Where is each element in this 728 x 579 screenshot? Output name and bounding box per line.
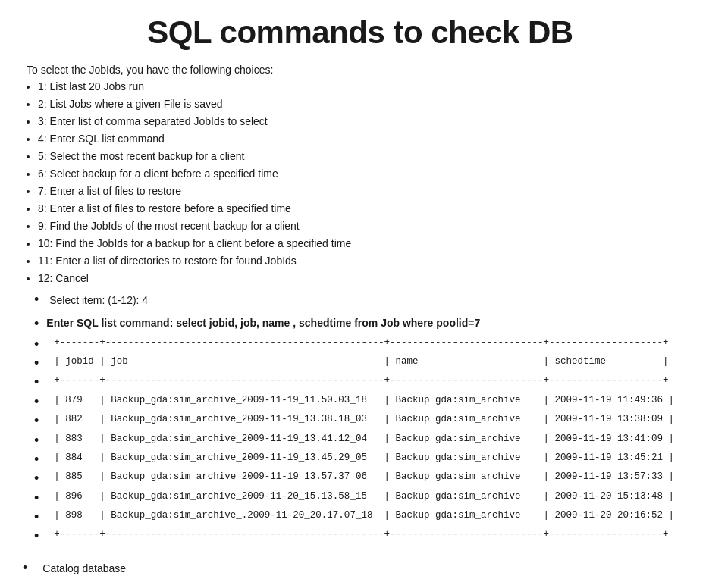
- menu-item-6: 6: Select backup for a client before a s…: [38, 166, 705, 182]
- catalog-label: Catalog database: [42, 562, 126, 574]
- menu-item-5: 5: Select the most recent backup for a c…: [38, 149, 705, 164]
- menu-item-10: 10: Find the JobIds for a backup for a c…: [38, 236, 705, 252]
- menu-item-9: 9: Find the JobIds of the most recent ba…: [38, 218, 705, 234]
- select-prompt: • Select item: (1-12): 4: [23, 291, 705, 308]
- table-row: •| 885 | Backup_gda:sim_archive_2009-11-…: [23, 470, 705, 487]
- menu-list: 1: List last 20 Jobs run2: List Jobs whe…: [38, 79, 705, 286]
- table-row: •| 896 | Backup_gda:sim_archive_2009-11-…: [23, 490, 705, 507]
- menu-item-3: 3: Enter list of comma separated JobIds …: [38, 114, 705, 130]
- menu-item-11: 11: Enter a list of directories to resto…: [38, 253, 705, 269]
- menu-item-4: 4: Enter SQL list command: [38, 131, 705, 147]
- sql-section: • Enter SQL list command: select jobid, …: [23, 315, 705, 546]
- table-row: •| 882 | Backup_gda:sim_archive_2009-11-…: [23, 412, 705, 430]
- table-rows-container: •| 879 | Backup_gda:sim_archive_2009-11-…: [23, 393, 705, 527]
- table-separator-2: +-------+-------------------------------…: [54, 374, 668, 388]
- menu-item-2: 2: List Jobs where a given File is saved: [38, 96, 705, 112]
- intro-text: To select the JobIds, you have the follo…: [27, 64, 705, 76]
- menu-item-1: 1: List last 20 Jobs run: [38, 79, 705, 95]
- sql-command: Enter SQL list command: select jobid, jo…: [46, 315, 480, 331]
- table-row: •| 884 | Backup_gda:sim_archive_2009-11-…: [23, 451, 705, 468]
- table-row: •| 883 | Backup_gda:sim_archive_2009-11-…: [23, 432, 705, 449]
- menu-item-12: 12: Cancel: [38, 271, 705, 286]
- table-header: | jobid | job | name | schedtime |: [54, 355, 668, 369]
- menu-item-7: 7: Enter a list of files to restore: [38, 183, 705, 199]
- page-title: SQL commands to check DB: [15, 15, 705, 50]
- table-row: •| 879 | Backup_gda:sim_archive_2009-11-…: [23, 393, 705, 411]
- table-separator-3: +-------+-------------------------------…: [54, 527, 668, 542]
- catalog-section: • Catalog database: [23, 559, 705, 577]
- table-row: •| 898 | Backup_gda:sim_archive_.2009-11…: [23, 509, 705, 526]
- menu-item-8: 8: Enter a list of files to restore befo…: [38, 201, 705, 217]
- table-separator-1: +-------+-------------------------------…: [54, 336, 668, 350]
